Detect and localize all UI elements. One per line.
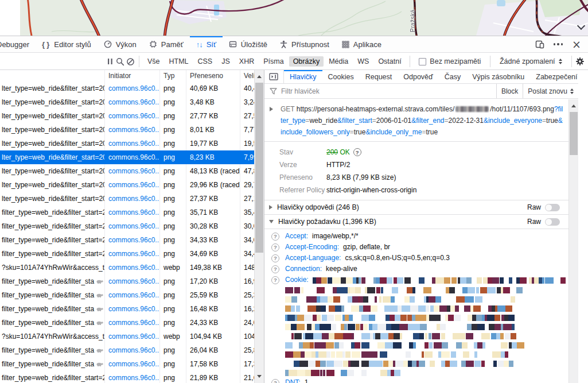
initiator-link[interactable]: commons.96c0...	[104, 302, 159, 316]
gear-icon[interactable]	[575, 57, 585, 66]
filter-písma[interactable]: Písma	[259, 56, 287, 67]
initiator-link[interactable]: commons.96c0...	[104, 164, 159, 178]
table-row[interactable]: lter_type=web_ride&filter_start=20common…	[0, 82, 264, 95]
initiator-link[interactable]: commons.96c0...	[104, 357, 159, 371]
table-row[interactable]: filter_type=web_ride&filter_start=2commo…	[0, 233, 264, 247]
tab-debugger[interactable]: Debugger	[0, 36, 36, 52]
initiator-link[interactable]: commons.96c0...	[104, 219, 159, 233]
filter-js[interactable]: JS	[217, 56, 234, 67]
table-row[interactable]: filter_type=web_ride&filter_stacommons.9…	[0, 357, 264, 371]
table-row[interactable]: filter_type=web_ride&filter_start=2commo…	[0, 371, 264, 383]
close-devtools-icon[interactable]: ×	[572, 39, 581, 50]
scroll-up-icon[interactable]	[571, 103, 576, 107]
initiator-link[interactable]: commons.96c0...	[104, 206, 159, 219]
expanded-triangle-icon[interactable]	[269, 220, 274, 223]
resend-button[interactable]: Poslat znovu	[523, 84, 578, 98]
scrollbar-thumb[interactable]	[255, 83, 263, 253]
disable-cache-control[interactable]: Bez mezipaměti	[413, 57, 486, 65]
table-scrollbar[interactable]	[254, 70, 264, 383]
table-row[interactable]: lter_type=web_ride&filter_start=20common…	[0, 178, 264, 192]
scroll-up-icon[interactable]	[257, 73, 262, 78]
tab-performance[interactable]: Výkon	[98, 36, 143, 52]
details-tab-v-pis-z-sobn-ku[interactable]: Výpis zásobníku	[466, 70, 530, 83]
header-row-connection[interactable]: ?Connection:keep-alive	[264, 264, 569, 274]
initiator-link[interactable]: commons.96c0...	[104, 123, 159, 137]
details-tab--asy[interactable]: Časy	[439, 70, 466, 83]
details-tab-zabezpe-en-[interactable]: Zabezpečení	[530, 70, 583, 83]
initiator-link[interactable]: commons.96c0...	[104, 343, 159, 357]
initiator-link[interactable]: commons.96c0...	[104, 95, 159, 109]
details-tab-cookies[interactable]: Cookies	[322, 70, 360, 83]
block-icon[interactable]	[125, 57, 135, 66]
response-headers-section[interactable]: Hlavičky odpovědi (246 B) Raw	[264, 200, 569, 215]
table-row[interactable]: lter_type=web_ride&filter_start=20common…	[0, 95, 264, 109]
col-header-transferred[interactable]: Přeneseno	[186, 70, 240, 82]
header-row-accept[interactable]: ?Accept:image/webp,*/*	[264, 231, 569, 242]
initiator-link[interactable]: commons.96c0...	[104, 192, 159, 206]
responsive-design-icon[interactable]	[535, 40, 544, 49]
filter-média[interactable]: Média	[325, 56, 352, 67]
filter-obrázky[interactable]: Obrázky	[289, 56, 324, 67]
table-row[interactable]: lter_type=web_ride&filter_start=20common…	[0, 123, 264, 137]
initiator-link[interactable]: commons.96c0...	[104, 178, 159, 192]
initiator-link[interactable]: commons.96c0...	[104, 150, 159, 164]
tab-storage[interactable]: Úložiště	[223, 36, 274, 52]
tab-network[interactable]: ↑↓ Síť	[190, 36, 223, 52]
table-row[interactable]: filter_type=web_ride&filter_stacommons.9…	[0, 274, 264, 288]
filter-html[interactable]: HTML	[165, 56, 192, 67]
initiator-link[interactable]: commons.96c0...	[104, 233, 159, 247]
table-row[interactable]: ?sku=101A74YhRwWir&access_tokecommons.96…	[0, 261, 264, 274]
table-row[interactable]: filter_type=web_ride&filter_start=2commo…	[0, 206, 264, 219]
filter-vše[interactable]: Vše	[143, 56, 164, 67]
disable-cache-checkbox[interactable]	[419, 58, 426, 65]
header-help-icon[interactable]: ?	[271, 276, 279, 284]
details-tab-odpov-[interactable]: Odpověď	[398, 70, 438, 83]
request-url-block[interactable]: GET https://personal-heatmaps-external.s…	[264, 99, 569, 142]
header-help-icon[interactable]: ?	[271, 233, 279, 241]
table-row[interactable]: filter_type=web_ride&filter_stacommons.9…	[0, 343, 264, 357]
throttle-dropdown[interactable]: Žádné zpomalení	[494, 57, 568, 65]
header-help-icon[interactable]: ?	[271, 265, 279, 273]
table-row[interactable]: filter_type=web_ride&filter_stacommons.9…	[0, 288, 264, 302]
table-row[interactable]: lter_type=web_ride&filter_start=20common…	[0, 192, 264, 206]
table-row[interactable]: lter_type=web_ride&filter_start=20common…	[0, 137, 264, 150]
header-row-accept-encoding[interactable]: ?Accept-Encoding:gzip, deflate, br	[264, 242, 569, 253]
tab-memory[interactable]: Paměť	[143, 36, 190, 52]
initiator-link[interactable]: commons.96c0...	[104, 330, 159, 343]
table-row[interactable]: lter_type=web_ride&filter_start=20common…	[0, 164, 264, 178]
table-row[interactable]: ?sku=101A74YhRwWir&access_tokecommons.96…	[0, 330, 264, 343]
col-header-url[interactable]	[0, 70, 104, 82]
pause-icon[interactable]	[105, 58, 115, 65]
initiator-link[interactable]: commons.96c0...	[104, 288, 159, 302]
table-row[interactable]: lter_type=web_ride&filter_start=20common…	[0, 150, 264, 164]
header-help-icon[interactable]: ?	[271, 379, 279, 383]
initiator-link[interactable]: commons.96c0...	[104, 371, 159, 383]
details-tab-hlavi-ky[interactable]: Hlavičky	[284, 70, 322, 83]
initiator-link[interactable]: commons.96c0...	[104, 82, 159, 95]
tab-accessibility[interactable]: Přístupnost	[274, 36, 336, 52]
col-header-type[interactable]: Typ	[159, 70, 186, 82]
header-help-icon[interactable]: ?	[271, 243, 279, 252]
meatball-menu-icon[interactable]	[554, 43, 563, 45]
block-button[interactable]: Block	[496, 84, 523, 98]
filter-css[interactable]: CSS	[194, 56, 217, 67]
scrollbar-thumb[interactable]	[570, 112, 578, 155]
request-headers-section[interactable]: Hlavičky požadavku (1,396 KB) Raw	[264, 215, 569, 229]
expand-panel-icon[interactable]	[264, 70, 284, 83]
table-row[interactable]: filter_type=web_ride&filter_start=2commo…	[0, 219, 264, 233]
header-row-dnt[interactable]: ?DNT:1	[264, 377, 569, 383]
status-help-icon[interactable]: ?	[353, 148, 361, 156]
header-row-cookie[interactable]: ?Cookie:	[264, 274, 569, 285]
collapsed-triangle-icon[interactable]	[269, 205, 272, 210]
details-scrollbar[interactable]	[568, 99, 578, 383]
details-tab-request[interactable]: Request	[360, 70, 398, 83]
filter-xhr[interactable]: XHR	[235, 56, 258, 67]
header-row-accept-language[interactable]: ?Accept-Language:cs,sk;q=0.8,en-US;q=0.5…	[264, 253, 569, 264]
tab-style-editor[interactable]: { } Editor stylů	[36, 36, 98, 52]
table-row[interactable]: lter_type=web_ride&filter_start=20common…	[0, 109, 264, 123]
initiator-link[interactable]: commons.96c0...	[104, 109, 159, 123]
scroll-down-icon[interactable]	[257, 375, 262, 380]
filter-ostatní[interactable]: Ostatní	[374, 56, 405, 67]
headers-filter-input[interactable]: Filtr hlaviček	[281, 87, 496, 95]
initiator-link[interactable]: commons.96c0...	[104, 261, 159, 274]
